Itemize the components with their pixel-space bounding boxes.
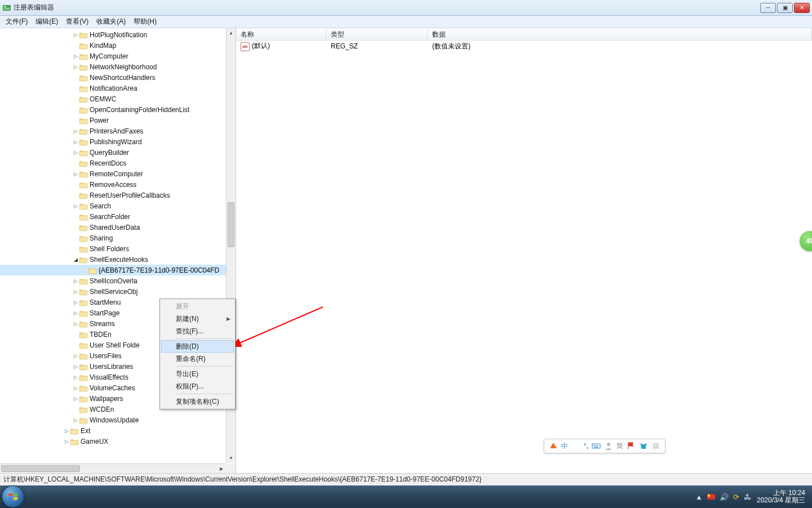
tree-item[interactable]: OpenContainingFolderHiddenList bbox=[0, 104, 236, 115]
tree-item[interactable]: ▷Search bbox=[0, 200, 236, 211]
tree-item[interactable]: ▷RemoteComputer bbox=[0, 168, 236, 179]
expand-icon[interactable]: ▷ bbox=[72, 171, 79, 177]
scroll-right-arrow-icon[interactable]: ▶ bbox=[216, 464, 226, 473]
column-type[interactable]: 类型 bbox=[326, 28, 428, 40]
expand-icon[interactable]: ▷ bbox=[72, 310, 79, 316]
expand-icon[interactable]: ▷ bbox=[72, 417, 79, 423]
ime-user-icon[interactable] bbox=[604, 442, 613, 451]
expand-icon[interactable]: ▷ bbox=[72, 278, 79, 284]
ime-logo-icon[interactable] bbox=[549, 442, 558, 451]
taskbar-clock[interactable]: 上午 10:24 2020/3/4 星期三 bbox=[757, 489, 805, 504]
scroll-thumb-h[interactable] bbox=[1, 465, 80, 472]
column-name[interactable]: 名称 bbox=[236, 28, 326, 40]
scroll-down-arrow-icon[interactable]: ▼ bbox=[227, 453, 236, 463]
expand-icon[interactable]: ▷ bbox=[72, 203, 79, 209]
expand-icon[interactable]: ▷ bbox=[72, 64, 79, 70]
expand-icon[interactable]: ▷ bbox=[72, 139, 79, 145]
start-button[interactable] bbox=[2, 486, 24, 507]
tree-item[interactable]: NotificationArea bbox=[0, 83, 236, 93]
expand-icon[interactable]: ▷ bbox=[63, 439, 70, 444]
expand-icon[interactable]: ▷ bbox=[63, 428, 70, 434]
tree-item[interactable]: OEMWC bbox=[0, 93, 236, 104]
list-body[interactable]: ab(默认) REG_SZ (数值未设置) bbox=[236, 41, 812, 473]
folder-icon bbox=[79, 149, 88, 157]
expand-icon[interactable]: ▷ bbox=[72, 353, 79, 359]
tree-item[interactable]: NewShortcutHandlers bbox=[0, 72, 236, 83]
menu-favorites[interactable]: 收藏夹(A) bbox=[93, 16, 129, 28]
tree-item[interactable]: ▷HotPlugNotification bbox=[0, 29, 236, 40]
folder-icon bbox=[79, 363, 88, 371]
close-button[interactable]: ✕ bbox=[794, 3, 810, 13]
tray-up-arrow-icon[interactable]: ▲ bbox=[695, 493, 703, 501]
context-menu-rename[interactable]: 重命名(R) bbox=[161, 353, 234, 365]
tray-flag-icon[interactable] bbox=[707, 494, 715, 500]
tree-item[interactable]: ▷NetworkNeighborhood bbox=[0, 61, 236, 72]
tree-item[interactable]: {AEB6717E-7E19-11d0-97EE-00C04FD bbox=[0, 265, 236, 275]
tree-item[interactable]: ▷PublishingWizard bbox=[0, 136, 236, 147]
tree-item[interactable]: ▷Ext bbox=[0, 425, 236, 436]
folder-icon bbox=[79, 288, 88, 296]
tree-item[interactable]: ▷MyComputer bbox=[0, 51, 236, 61]
column-data[interactable]: 数据 bbox=[428, 28, 812, 40]
expand-icon[interactable]: ▷ bbox=[72, 150, 79, 155]
scroll-up-arrow-icon[interactable]: ▲ bbox=[227, 28, 236, 38]
tree-item[interactable]: SearchFolder bbox=[0, 211, 236, 222]
collapse-icon[interactable]: ◢ bbox=[72, 257, 79, 262]
tree-horizontal-scrollbar[interactable]: ◀ ▶ bbox=[0, 464, 226, 473]
expand-icon[interactable]: ▷ bbox=[72, 32, 79, 38]
tree-item[interactable]: ◢ShellExecuteHooks bbox=[0, 254, 236, 265]
ime-zhong[interactable]: 中 bbox=[561, 442, 568, 451]
tree-item[interactable]: ▷ShellServiceObj bbox=[0, 286, 236, 297]
expand-icon[interactable]: ▷ bbox=[72, 375, 79, 380]
tray-network-icon[interactable]: 🖧 bbox=[744, 493, 751, 501]
context-menu-export[interactable]: 导出(E) bbox=[161, 368, 234, 380]
expand-icon[interactable]: ▷ bbox=[72, 396, 79, 402]
ime-gear-icon[interactable] bbox=[651, 442, 660, 451]
tree-item[interactable]: ▷ShellIconOverla bbox=[0, 275, 236, 286]
tree-item[interactable]: ▷QueryBuilder bbox=[0, 147, 236, 158]
list-row[interactable]: ab(默认) REG_SZ (数值未设置) bbox=[236, 41, 812, 52]
context-menu-copy-key-name[interactable]: 复制项名称(C) bbox=[161, 395, 234, 408]
menu-view[interactable]: 查看(V) bbox=[63, 16, 92, 28]
ime-flag-icon[interactable] bbox=[627, 442, 636, 451]
ime-toolbar[interactable]: 中 °, 简 bbox=[544, 439, 665, 453]
ime-moon-icon[interactable] bbox=[571, 442, 580, 451]
context-menu-delete[interactable]: 删除(D) bbox=[161, 340, 234, 353]
ime-jian[interactable]: 简 bbox=[616, 442, 623, 451]
tree-item[interactable]: Power bbox=[0, 115, 236, 126]
expand-icon[interactable]: ▷ bbox=[72, 300, 79, 305]
tree-item[interactable]: SharedUserData bbox=[0, 222, 236, 233]
ime-shirt-icon[interactable] bbox=[639, 442, 648, 451]
context-menu-new[interactable]: 新建(N) ▶ bbox=[161, 313, 234, 325]
tree-item[interactable]: ▷GameUX bbox=[0, 436, 236, 447]
tree-item-label: Search bbox=[90, 202, 111, 210]
menu-help[interactable]: 帮助(H) bbox=[130, 16, 160, 28]
expand-icon[interactable]: ▷ bbox=[72, 385, 79, 391]
tree-item[interactable]: RecentDocs bbox=[0, 158, 236, 168]
menu-file[interactable]: 文件(F) bbox=[2, 16, 31, 28]
context-menu-find[interactable]: 查找(F)... bbox=[161, 325, 234, 337]
scroll-thumb[interactable] bbox=[228, 202, 234, 247]
tree-item[interactable]: ▷PrintersAndFaxes bbox=[0, 126, 236, 136]
minimize-button[interactable]: ─ bbox=[760, 3, 776, 13]
tree-item[interactable]: KindMap bbox=[0, 40, 236, 51]
tree-item[interactable]: ResetUserProfileCallbacks bbox=[0, 190, 236, 200]
context-menu-separator bbox=[176, 366, 233, 367]
expand-icon[interactable]: ▷ bbox=[72, 128, 79, 134]
ime-keyboard-icon[interactable] bbox=[592, 442, 601, 451]
expand-icon[interactable]: ▷ bbox=[72, 364, 79, 369]
ime-punct-icon[interactable]: °, bbox=[584, 442, 588, 450]
tree-item[interactable]: Shell Folders bbox=[0, 243, 236, 254]
expand-icon[interactable]: ▷ bbox=[72, 321, 79, 327]
expand-icon[interactable]: ▷ bbox=[72, 289, 79, 295]
menu-edit[interactable]: 编辑(E) bbox=[32, 16, 61, 28]
tray-volume-icon[interactable]: 🔊 bbox=[720, 493, 729, 501]
tree-item[interactable]: ▷WindowsUpdate bbox=[0, 415, 236, 425]
tray-sync-icon[interactable]: ⟳ bbox=[733, 493, 739, 501]
expand-icon[interactable]: ▷ bbox=[72, 54, 79, 59]
tree-item[interactable]: RemoveAccess bbox=[0, 179, 236, 190]
tree-item[interactable]: Sharing bbox=[0, 233, 236, 243]
maximize-button[interactable]: ▣ bbox=[777, 3, 793, 13]
submenu-arrow-icon: ▶ bbox=[227, 316, 230, 322]
context-menu-permissions[interactable]: 权限(P)... bbox=[161, 380, 234, 393]
